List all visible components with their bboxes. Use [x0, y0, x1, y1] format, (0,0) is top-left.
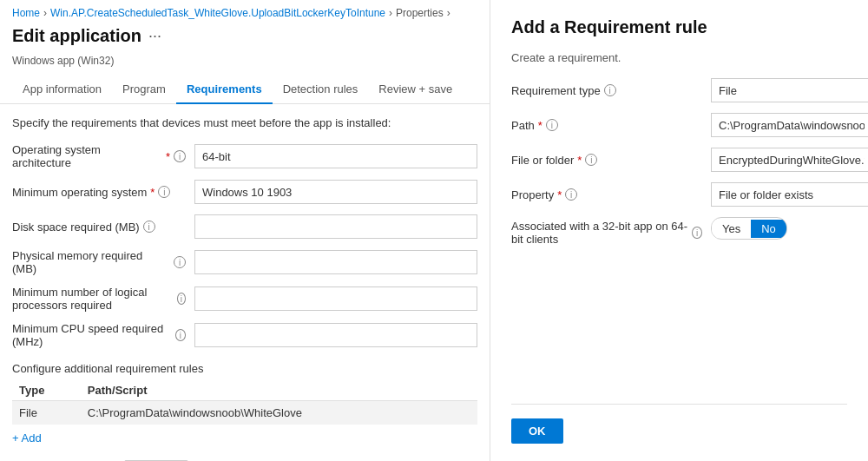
disk-space-info[interactable]: i: [143, 221, 155, 233]
min-processors-row: Minimum number of logical processors req…: [0, 280, 490, 317]
physical-memory-input[interactable]: [194, 250, 477, 274]
min-cpu-speed-label: Minimum CPU speed required (MHz) i: [12, 322, 186, 348]
ellipsis-menu[interactable]: ···: [148, 27, 161, 45]
physical-memory-info[interactable]: i: [174, 256, 186, 268]
breadcrumb-properties: Properties: [396, 7, 444, 19]
32bit-label: Associated with a 32-bit app on 64-bit c…: [511, 217, 702, 246]
file-or-folder-input[interactable]: [711, 148, 868, 172]
tab-program[interactable]: Program: [112, 76, 176, 104]
tabs-bar: App information Program Requirements Det…: [0, 76, 490, 104]
requirement-type-row: Requirement type i: [511, 78, 847, 102]
additional-rules-section: Configure additional requirement rules T…: [0, 353, 490, 425]
tab-requirements[interactable]: Requirements: [176, 76, 273, 104]
requirement-type-info[interactable]: i: [604, 84, 616, 96]
table-row[interactable]: File C:\ProgramData\windowsnoob\WhiteGlo…: [12, 401, 477, 425]
ok-button[interactable]: OK: [511, 418, 563, 444]
row-path: C:\ProgramData\windowsnoob\WhiteGlove: [81, 401, 477, 425]
32bit-toggle-row: Associated with a 32-bit app on 64-bit c…: [511, 217, 847, 246]
page-header: Edit application ···: [0, 23, 490, 55]
property-input[interactable]: [711, 182, 868, 207]
col-type: Type: [12, 380, 81, 401]
32bit-info[interactable]: i: [692, 227, 702, 239]
property-info[interactable]: i: [565, 188, 577, 201]
os-architecture-row: Operating system architecture * i: [0, 138, 490, 175]
path-info[interactable]: i: [546, 119, 558, 131]
file-or-folder-row: File or folder * i: [511, 148, 847, 172]
path-row: Path * i: [511, 113, 847, 137]
breadcrumb-home[interactable]: Home: [12, 7, 40, 19]
requirement-rules-table: Type Path/Script File C:\ProgramData\win…: [12, 380, 477, 425]
page-subtitle: Windows app (Win32): [0, 55, 490, 76]
disk-space-label: Disk space required (MB) i: [12, 221, 186, 234]
min-cpu-speed-row: Minimum CPU speed required (MHz) i: [0, 317, 490, 353]
min-cpu-speed-input[interactable]: [194, 323, 477, 347]
min-processors-label: Minimum number of logical processors req…: [12, 286, 186, 312]
os-architecture-label: Operating system architecture * i: [12, 143, 186, 169]
physical-memory-row: Physical memory required (MB) i: [0, 244, 490, 280]
min-cpu-speed-info[interactable]: i: [175, 329, 186, 341]
min-os-row: Minimum operating system * i: [0, 175, 490, 209]
page-title: Edit application: [12, 26, 141, 46]
physical-memory-label: Physical memory required (MB) i: [12, 249, 186, 275]
left-panel: Home › Win.AP.CreateScheduledTask_WhiteG…: [0, 0, 490, 461]
right-panel-subtitle: Create a requirement.: [511, 51, 847, 64]
disk-space-input[interactable]: [194, 214, 477, 239]
min-os-label: Minimum operating system * i: [12, 186, 186, 199]
path-input[interactable]: [711, 113, 868, 137]
col-path: Path/Script: [81, 380, 477, 401]
row-type: File: [12, 401, 81, 425]
path-label: Path * i: [511, 119, 702, 132]
requirement-type-input[interactable]: [711, 78, 868, 102]
min-processors-input[interactable]: [194, 286, 477, 311]
32bit-toggle[interactable]: Yes No: [711, 217, 787, 240]
file-or-folder-label: File or folder * i: [511, 154, 702, 167]
min-processors-info[interactable]: i: [177, 293, 186, 305]
right-panel: Add a Requirement rule Create a requirem…: [490, 0, 868, 461]
toggle-no[interactable]: No: [751, 220, 786, 238]
table-title: Configure additional requirement rules: [12, 362, 477, 375]
min-os-input[interactable]: [194, 180, 477, 204]
property-label: Property * i: [511, 188, 702, 201]
add-rule-link[interactable]: + Add: [0, 425, 490, 451]
breadcrumb-app[interactable]: Win.AP.CreateScheduledTask_WhiteGlove.Up…: [50, 7, 385, 19]
os-architecture-input[interactable]: [194, 144, 477, 168]
tab-detection-rules[interactable]: Detection rules: [273, 76, 369, 104]
right-panel-footer: OK: [511, 404, 847, 444]
tab-app-information[interactable]: App information: [12, 76, 112, 104]
file-or-folder-info[interactable]: i: [585, 154, 597, 166]
disk-space-row: Disk space required (MB) i: [0, 209, 490, 244]
breadcrumb: Home › Win.AP.CreateScheduledTask_WhiteG…: [0, 0, 490, 23]
requirement-type-label: Requirement type i: [511, 84, 702, 97]
os-architecture-info[interactable]: i: [174, 150, 186, 162]
property-row: Property * i: [511, 182, 847, 207]
footer-actions: Review + save Cancel: [0, 451, 490, 461]
right-panel-title: Add a Requirement rule: [511, 17, 847, 37]
section-description: Specify the requirements that devices mu…: [0, 104, 490, 138]
min-os-info[interactable]: i: [158, 186, 170, 198]
tab-review-save[interactable]: Review + save: [368, 76, 463, 104]
toggle-yes[interactable]: Yes: [712, 220, 751, 238]
